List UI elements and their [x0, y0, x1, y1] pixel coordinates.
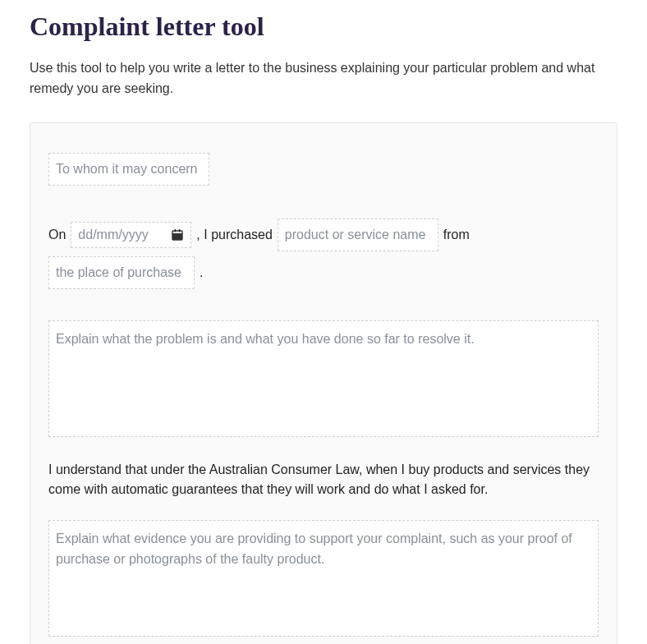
problem-textarea[interactable] [48, 320, 599, 437]
product-input[interactable] [278, 218, 438, 251]
letter-form-panel: On , I purchased from . I understand tha… [30, 122, 617, 644]
calendar-icon [171, 228, 184, 242]
intro-text: Use this tool to help you write a letter… [30, 58, 617, 99]
text-i-purchased: , I purchased [196, 228, 273, 242]
salutation-input[interactable] [48, 153, 209, 186]
svg-rect-3 [179, 229, 181, 232]
page-title: Complaint letter tool [30, 12, 617, 42]
evidence-textarea[interactable] [48, 520, 599, 637]
text-period: . [200, 265, 203, 280]
salutation-line [48, 153, 599, 186]
purchase-sentence: On , I purchased from . [48, 218, 599, 289]
date-input-wrapper[interactable] [71, 222, 191, 248]
acl-statement: I understand that under the Australian C… [48, 460, 599, 501]
svg-rect-1 [172, 233, 182, 240]
svg-rect-2 [175, 229, 177, 232]
date-input[interactable] [78, 228, 164, 242]
text-on: On [48, 228, 66, 242]
text-from: from [443, 228, 470, 242]
place-input[interactable] [48, 256, 195, 289]
